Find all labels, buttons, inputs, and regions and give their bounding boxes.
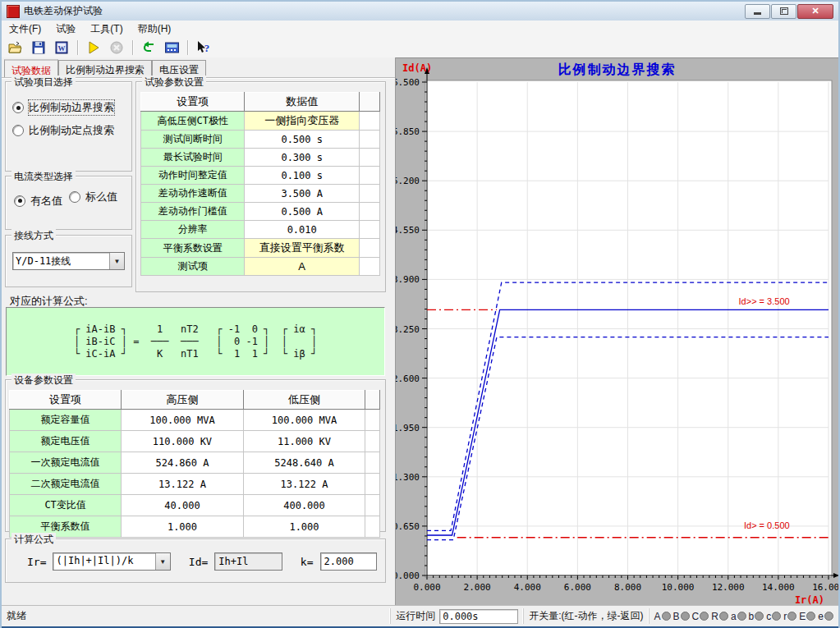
setting-value-cell[interactable]: 一侧指向变压器 (245, 112, 360, 131)
radio-option[interactable]: 比例制动定点搜索 (12, 123, 125, 138)
radio-button-icon[interactable] (12, 102, 24, 113)
app-window: 电铁差动保护试验 ✕ 文件(F) 试验 工具(T) 帮助(H) (0, 0, 840, 628)
chevron-down-icon[interactable]: ▼ (155, 553, 170, 570)
setting-name-cell: 一次额定电流值 (10, 452, 122, 474)
table-row: 二次额定电流值13.122 A13.122 A (10, 474, 380, 495)
empty-cell (360, 131, 380, 149)
context-help-button[interactable]: ? (193, 38, 214, 57)
high-side-value-cell[interactable]: 524.860 A (122, 452, 244, 474)
setting-name-cell: 测试项 (141, 258, 245, 276)
switch-led-a: a (731, 611, 746, 622)
table-row: 差动动作门槛值0.500 A (141, 203, 380, 221)
svg-text:6.000: 6.000 (564, 582, 591, 593)
test-item-options: 比例制动边界搜索比例制动定点搜索 (6, 82, 131, 138)
window-title: 电铁差动保护试验 (24, 4, 103, 18)
svg-text:0.650: 0.650 (396, 521, 420, 532)
runtime-value-field: 0.000s (439, 609, 518, 624)
low-side-value-cell[interactable]: 100.000 MVA (243, 410, 365, 431)
instrument-button[interactable] (161, 38, 182, 57)
setting-name-cell: 平衡系数设置 (141, 239, 245, 258)
toolbar: W (2, 37, 838, 58)
radio-button-icon[interactable] (14, 195, 25, 207)
column-header: 设置项 (10, 391, 122, 410)
radio-option[interactable]: 标么值 (69, 190, 117, 204)
setting-name-cell: 测试间断时间 (141, 131, 245, 149)
export-word-button[interactable]: W (51, 38, 72, 57)
low-side-value-cell[interactable]: 11.000 KV (243, 431, 365, 452)
svg-text:?: ? (204, 42, 210, 54)
setting-value-cell[interactable]: A (245, 258, 360, 276)
column-header (365, 391, 380, 410)
maximize-button[interactable] (771, 4, 796, 19)
menu-help[interactable]: 帮助(H) (131, 21, 179, 38)
radio-option[interactable]: 有名值 (14, 194, 62, 209)
svg-text:W: W (58, 44, 66, 52)
empty-cell (365, 431, 380, 452)
setting-value-cell[interactable]: 0.500 A (245, 203, 360, 221)
tab-voltage-settings[interactable]: 电压设置 (152, 60, 206, 76)
svg-text:12.000: 12.000 (712, 582, 745, 593)
low-side-value-cell[interactable]: 1.000 (243, 516, 365, 538)
svg-text:6.500: 6.500 (396, 77, 420, 88)
high-side-value-cell[interactable]: 110.000 KV (122, 431, 244, 452)
chart-panel: 比例制动边界搜索 0.0002.0004.0006.0008.00010.000… (396, 57, 838, 607)
led-indicator-icon (787, 612, 796, 621)
low-side-value-cell[interactable]: 13.122 A (243, 474, 365, 495)
high-side-value-cell[interactable]: 40.000 (122, 495, 244, 516)
close-button[interactable]: ✕ (797, 4, 833, 19)
save-button[interactable] (28, 38, 49, 57)
undo-button[interactable] (138, 38, 159, 57)
svg-text:8.000: 8.000 (614, 582, 641, 593)
menu-test[interactable]: 试验 (48, 21, 83, 38)
radio-option[interactable]: 比例制动边界搜索 (12, 100, 125, 115)
led-letter: R (711, 611, 718, 622)
wiring-combobox[interactable]: Y/D-11接线 ▼ (12, 252, 125, 270)
setting-value-cell[interactable]: 0.010 (245, 221, 360, 239)
setting-value-cell[interactable]: 0.100 s (245, 167, 360, 185)
led-letter: r (783, 611, 787, 622)
empty-cell (360, 203, 380, 221)
chevron-down-icon[interactable]: ▼ (109, 253, 124, 269)
switch-led-b: b (749, 611, 764, 622)
svg-text:1.300: 1.300 (396, 472, 420, 483)
led-letter: a (731, 611, 737, 622)
open-button[interactable] (5, 38, 26, 57)
setting-name-cell: 差动动作速断值 (141, 185, 245, 203)
low-side-value-cell[interactable]: 5248.640 A (243, 452, 365, 474)
high-side-value-cell[interactable]: 13.122 A (122, 474, 244, 495)
device-table-header: 设置项高压侧低压侧 (10, 391, 380, 410)
setting-value-cell[interactable]: 0.300 s (245, 149, 360, 167)
column-header: 高压侧 (122, 391, 244, 410)
tab-ratio-boundary-search[interactable]: 比例制动边界搜索 (58, 60, 152, 76)
high-side-value-cell[interactable]: 1.000 (122, 516, 244, 538)
main-area: 试验数据 比例制动边界搜索 电压设置 试验项目选择 比例制动边界搜索比例制动定点… (2, 57, 838, 606)
k-label: k= (301, 556, 314, 568)
setting-value-cell[interactable]: 直接设置平衡系数 (245, 239, 360, 258)
radio-label: 比例制动定点搜索 (29, 123, 114, 138)
svg-text:16.000: 16.000 (812, 582, 838, 593)
table-row: 测试间断时间0.500 s (141, 131, 380, 149)
ir-formula-value: (|Ih|+|Il|)/k (53, 553, 154, 570)
empty-cell (360, 258, 380, 276)
led-letter: E (799, 611, 806, 622)
setting-name-cell: CT变比值 (10, 495, 122, 516)
led-indicator-icon (755, 612, 764, 621)
low-side-value-cell[interactable]: 400.000 (243, 495, 365, 516)
led-indicator-icon (719, 612, 728, 621)
k-value-input[interactable]: 2.000 (320, 552, 378, 571)
radio-button-icon[interactable] (12, 125, 24, 136)
ir-formula-combobox[interactable]: (|Ih|+|Il|)/k ▼ (53, 552, 170, 571)
menu-file[interactable]: 文件(F) (2, 21, 48, 38)
left-panel: 试验数据 比例制动边界搜索 电压设置 试验项目选择 比例制动边界搜索比例制动定点… (2, 57, 396, 606)
setting-value-cell[interactable]: 0.500 s (245, 131, 360, 149)
led-indicator-icon (700, 612, 709, 621)
radio-button-icon[interactable] (69, 191, 80, 203)
run-test-button[interactable] (83, 38, 104, 57)
stop-test-button[interactable] (106, 38, 127, 57)
setting-value-cell[interactable]: 3.500 A (245, 185, 360, 203)
high-side-value-cell[interactable]: 100.000 MVA (122, 410, 244, 431)
tab-test-data[interactable]: 试验数据 (4, 59, 58, 77)
minimize-button[interactable] (745, 4, 770, 19)
group-title: 计算公式 (11, 533, 56, 547)
menu-tools[interactable]: 工具(T) (83, 21, 130, 38)
